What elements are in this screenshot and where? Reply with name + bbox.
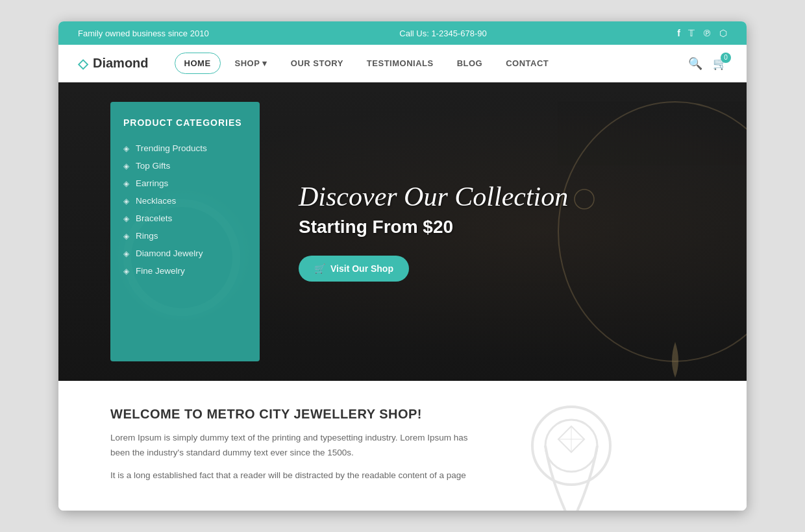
browser-window: Family owned business since 2010 Call Us… [58, 21, 747, 511]
diamond-icon-8: ◈ [123, 267, 129, 276]
nav-blog[interactable]: BLOG [448, 53, 492, 73]
diamond-icon-6: ◈ [123, 232, 129, 241]
diamond-icon-4: ◈ [123, 197, 129, 206]
top-bar-center: Call Us: 1-2345-678-90 [399, 29, 486, 38]
tw-social-icon[interactable]: 𝕋 [688, 28, 695, 38]
nav-contact[interactable]: CONTACT [497, 53, 558, 73]
logo-icon: ◇ [78, 56, 88, 71]
logo-text: Diamond [93, 56, 149, 71]
hero-section: PRODUCT CATEGORIES ◈ Trending Products ◈… [58, 82, 747, 381]
category-fine[interactable]: ◈ Fine Jewelry [123, 262, 247, 280]
category-gifts[interactable]: ◈ Top Gifts [123, 157, 247, 175]
nav-actions: 🔍 🛒 0 [688, 56, 727, 71]
nav-testimonials[interactable]: TESTIMONIALS [358, 53, 443, 73]
nav-shop[interactable]: SHOP ▾ [226, 53, 277, 73]
fb-social-icon[interactable]: f [677, 28, 680, 38]
visit-btn-label: Visit Our Shop [330, 263, 393, 274]
category-trending[interactable]: ◈ Trending Products [123, 139, 247, 157]
welcome-image-area [500, 407, 630, 491]
diamond-icon-3: ◈ [123, 179, 129, 188]
ring-sketch-icon [513, 394, 630, 511]
welcome-text: WELCOME TO METRO CITY JEWELLERY SHOP! Lo… [110, 407, 474, 491]
welcome-title: WELCOME TO METRO CITY JEWELLERY SHOP! [110, 407, 474, 422]
nav-links: HOME SHOP ▾ OUR STORY TESTIMONIALS BLOG … [175, 53, 688, 74]
category-diamond[interactable]: ◈ Diamond Jewelry [123, 245, 247, 262]
categories-panel: PRODUCT CATEGORIES ◈ Trending Products ◈… [110, 102, 260, 361]
categories-title: PRODUCT CATEGORIES [123, 117, 247, 128]
diamond-icon-1: ◈ [123, 144, 129, 153]
pi-social-icon[interactable]: ℗ [702, 28, 712, 38]
hero-tagline: Discover Our Collection [299, 182, 708, 212]
cart-badge: 0 [721, 53, 731, 63]
category-earrings[interactable]: ◈ Earrings [123, 175, 247, 192]
ig-social-icon[interactable]: ⬡ [719, 28, 727, 38]
welcome-section: WELCOME TO METRO CITY JEWELLERY SHOP! Lo… [58, 381, 747, 511]
cart-wrapper[interactable]: 🛒 0 [713, 56, 727, 71]
welcome-para-1: Lorem Ipsum is simply dummy text of the … [110, 431, 474, 461]
category-necklaces[interactable]: ◈ Necklaces [123, 192, 247, 210]
welcome-para-2: It is a long established fact that a rea… [110, 468, 474, 483]
navbar: ◇ Diamond HOME SHOP ▾ OUR STORY TESTIMON… [58, 45, 747, 82]
diamond-icon-2: ◈ [123, 162, 129, 171]
top-bar: Family owned business since 2010 Call Us… [58, 21, 747, 45]
hero-subtitle: Starting From $20 [299, 217, 708, 237]
top-bar-left: Family owned business since 2010 [78, 29, 209, 38]
social-icons: f 𝕋 ℗ ⬡ [677, 28, 727, 38]
logo[interactable]: ◇ Diamond [78, 56, 149, 71]
diamond-icon-7: ◈ [123, 249, 129, 258]
category-rings[interactable]: ◈ Rings [123, 227, 247, 245]
hero-content: Discover Our Collection Starting From $2… [260, 82, 747, 381]
nav-home[interactable]: HOME [175, 53, 221, 74]
search-icon[interactable]: 🔍 [688, 56, 702, 71]
diamond-icon-5: ◈ [123, 214, 129, 223]
category-bracelets[interactable]: ◈ Bracelets [123, 210, 247, 227]
visit-shop-button[interactable]: 🛒 Visit Our Shop [299, 256, 409, 282]
cart-btn-icon: 🛒 [314, 263, 325, 274]
nav-our-story[interactable]: OUR STORY [282, 53, 353, 73]
